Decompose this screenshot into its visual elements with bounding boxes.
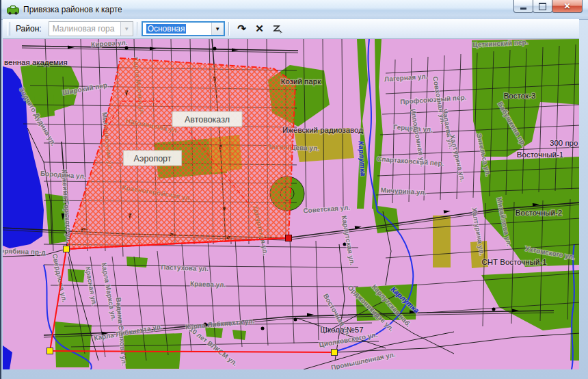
svg-text:Аэропорт: Аэропорт bbox=[133, 154, 171, 164]
edit-vertices-icon bbox=[272, 23, 283, 34]
place-label: венная академия bbox=[4, 58, 68, 66]
district-name-box: Автовоказл bbox=[172, 112, 242, 127]
polyline-vertex-handle[interactable] bbox=[64, 246, 70, 252]
place-label: СНТ Восточный-1 bbox=[481, 258, 546, 266]
delete-icon: ✕ bbox=[255, 23, 264, 35]
place-label: 300 про bbox=[550, 139, 578, 147]
window: Привязка районов к карте ✕ Район: Малино… bbox=[0, 0, 588, 379]
district-name-box: Аэропорт bbox=[124, 151, 182, 166]
window-title: Привязка районов к карте bbox=[23, 5, 122, 14]
minimize-icon bbox=[520, 8, 526, 10]
edit-vertices-button[interactable] bbox=[269, 21, 286, 37]
window-controls: ✕ bbox=[514, 0, 583, 13]
map-canvas[interactable]: Кирова ул.Карла Маркса ул.Широкий пер.Зо… bbox=[3, 39, 579, 369]
redo-button[interactable]: ↷ bbox=[233, 21, 251, 37]
titlebar[interactable]: Привязка районов к карте ✕ bbox=[1, 0, 588, 20]
delete-button[interactable]: ✕ bbox=[251, 21, 269, 37]
place-label: Ижевский радиозавод bbox=[282, 126, 363, 134]
place-label: Козий парк bbox=[281, 77, 321, 86]
toolbar-separator bbox=[137, 22, 138, 36]
minimize-button[interactable] bbox=[513, 0, 533, 13]
district-combobox[interactable]: Малиновая гора ▼ bbox=[49, 21, 133, 36]
toolbar-separator bbox=[228, 22, 230, 36]
map-area: Кирова ул.Карла Маркса ул.Широкий пер.Зо… bbox=[3, 39, 579, 369]
district-value: Малиновая гора bbox=[49, 22, 120, 36]
place-label: Восточный-2 bbox=[516, 209, 562, 217]
svg-text:Автовоказл: Автовоказл bbox=[185, 115, 230, 125]
layer-combo-arrow-icon[interactable]: ▼ bbox=[211, 23, 224, 35]
maximize-button[interactable] bbox=[533, 0, 552, 13]
place-label: Восточный-1 bbox=[517, 151, 563, 159]
taxi-app-icon bbox=[7, 5, 19, 15]
close-icon: ✕ bbox=[563, 2, 570, 10]
place-label: Школа №57 bbox=[320, 326, 363, 334]
place-label: Восток-3 bbox=[504, 92, 536, 100]
layer-value: Основная bbox=[143, 23, 211, 35]
street-label: Дерябина пр-д bbox=[3, 247, 46, 257]
district-label: Район: bbox=[16, 24, 42, 34]
layer-combobox[interactable]: Основная ▼ bbox=[142, 21, 225, 36]
polyline-vertex-handle[interactable] bbox=[332, 350, 338, 356]
redo-icon: ↷ bbox=[237, 23, 246, 35]
toolbar-grip[interactable] bbox=[7, 22, 10, 36]
district-combo-arrow-icon[interactable]: ▼ bbox=[120, 22, 133, 36]
polyline-vertex-handle[interactable] bbox=[47, 348, 53, 354]
polyline-vertex-handle[interactable] bbox=[286, 235, 292, 241]
close-button[interactable]: ✕ bbox=[552, 0, 583, 13]
maximize-icon bbox=[539, 3, 546, 10]
toolbar: Район: Малиновая гора ▼ Основная ▼ ↷ ✕ bbox=[3, 19, 579, 39]
street-label: Краева ул. bbox=[190, 280, 226, 289]
